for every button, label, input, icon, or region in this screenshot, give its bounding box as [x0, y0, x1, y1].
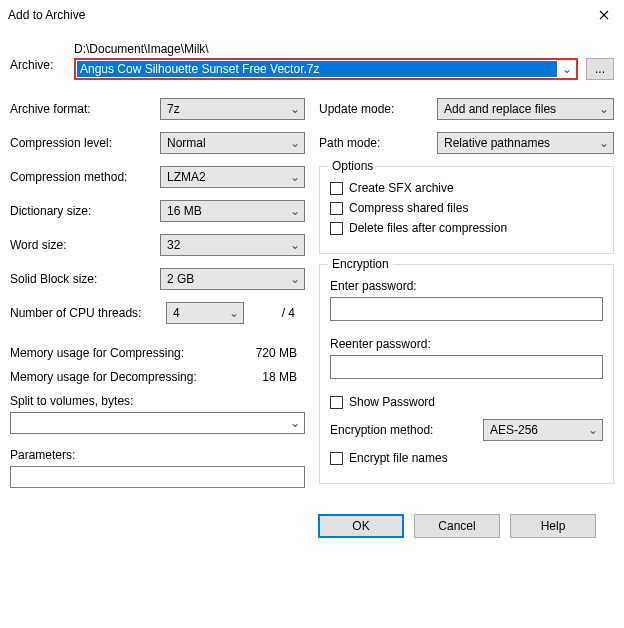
checkbox-icon — [330, 222, 343, 235]
archive-label: Archive: — [10, 42, 68, 72]
shared-checkbox[interactable]: Compress shared files — [330, 201, 603, 215]
shared-label: Compress shared files — [349, 201, 468, 215]
pathmode-value: Relative pathnames — [444, 136, 550, 150]
chevron-down-icon: ⌄ — [286, 102, 304, 116]
mem-decomp-label: Memory usage for Decompressing: — [10, 370, 197, 384]
ok-button[interactable]: OK — [318, 514, 404, 538]
format-select[interactable]: 7z ⌄ — [160, 98, 305, 120]
mem-comp-value: 720 MB — [256, 346, 297, 360]
chevron-down-icon: ⌄ — [584, 423, 602, 437]
chevron-down-icon: ⌄ — [225, 306, 243, 320]
level-label: Compression level: — [10, 136, 160, 150]
method-label: Compression method: — [10, 170, 160, 184]
cpu-select[interactable]: 4 ⌄ — [166, 302, 244, 324]
sfx-label: Create SFX archive — [349, 181, 454, 195]
pathmode-label: Path mode: — [319, 136, 437, 150]
encrypt-names-label: Encrypt file names — [349, 451, 448, 465]
dict-select[interactable]: 16 MB ⌄ — [160, 200, 305, 222]
show-password-checkbox[interactable]: Show Password — [330, 395, 603, 409]
delete-checkbox[interactable]: Delete files after compression — [330, 221, 603, 235]
enter-password-label: Enter password: — [330, 279, 603, 293]
archive-name-combo[interactable]: Angus Cow Silhouette Sunset Free Vector.… — [74, 58, 578, 80]
delete-label: Delete files after compression — [349, 221, 507, 235]
block-value: 2 GB — [167, 272, 194, 286]
options-group: Options Create SFX archive Compress shar… — [319, 166, 614, 254]
checkbox-icon — [330, 182, 343, 195]
method-select[interactable]: LZMA2 ⌄ — [160, 166, 305, 188]
format-value: 7z — [167, 102, 180, 116]
chevron-down-icon: ⌄ — [286, 204, 304, 218]
checkbox-icon — [330, 396, 343, 409]
chevron-down-icon: ⌄ — [595, 136, 613, 150]
enter-password-input[interactable] — [330, 297, 603, 321]
reenter-password-label: Reenter password: — [330, 337, 603, 351]
titlebar: Add to Archive — [0, 0, 624, 30]
chevron-down-icon: ⌄ — [286, 136, 304, 150]
cancel-label: Cancel — [438, 519, 475, 533]
archive-name-value: Angus Cow Silhouette Sunset Free Vector.… — [77, 61, 557, 77]
update-label: Update mode: — [319, 102, 437, 116]
cpu-total: / 4 — [250, 306, 305, 320]
block-select[interactable]: 2 GB ⌄ — [160, 268, 305, 290]
checkbox-icon — [330, 202, 343, 215]
checkbox-icon — [330, 452, 343, 465]
word-select[interactable]: 32 ⌄ — [160, 234, 305, 256]
close-button[interactable] — [584, 0, 624, 30]
dict-value: 16 MB — [167, 204, 202, 218]
method-value: LZMA2 — [167, 170, 206, 184]
browse-button[interactable]: ... — [586, 58, 614, 80]
encryption-legend: Encryption — [328, 257, 393, 271]
chevron-down-icon: ⌄ — [286, 416, 304, 430]
chevron-down-icon: ⌄ — [286, 238, 304, 252]
cancel-button[interactable]: Cancel — [414, 514, 500, 538]
browse-label: ... — [595, 62, 605, 76]
enc-method-value: AES-256 — [490, 423, 538, 437]
cpu-value: 4 — [173, 306, 180, 320]
word-label: Word size: — [10, 238, 160, 252]
ok-label: OK — [352, 519, 369, 533]
level-value: Normal — [167, 136, 206, 150]
reenter-password-input[interactable] — [330, 355, 603, 379]
options-legend: Options — [328, 159, 377, 173]
encryption-group: Encryption Enter password: Reenter passw… — [319, 264, 614, 484]
update-value: Add and replace files — [444, 102, 556, 116]
chevron-down-icon: ⌄ — [286, 272, 304, 286]
chevron-down-icon: ⌄ — [286, 170, 304, 184]
update-select[interactable]: Add and replace files ⌄ — [437, 98, 614, 120]
enc-method-label: Encryption method: — [330, 423, 475, 437]
sfx-checkbox[interactable]: Create SFX archive — [330, 181, 603, 195]
window-title: Add to Archive — [8, 8, 85, 22]
enc-method-select[interactable]: AES-256 ⌄ — [483, 419, 603, 441]
level-select[interactable]: Normal ⌄ — [160, 132, 305, 154]
chevron-down-icon: ⌄ — [595, 102, 613, 116]
split-combo[interactable]: ⌄ — [10, 412, 305, 434]
split-label: Split to volumes, bytes: — [10, 394, 305, 408]
close-icon — [599, 10, 609, 20]
dict-label: Dictionary size: — [10, 204, 160, 218]
cpu-label: Number of CPU threads: — [10, 306, 160, 320]
block-label: Solid Block size: — [10, 272, 160, 286]
word-value: 32 — [167, 238, 180, 252]
show-password-label: Show Password — [349, 395, 435, 409]
help-button[interactable]: Help — [510, 514, 596, 538]
params-label: Parameters: — [10, 448, 305, 462]
encrypt-names-checkbox[interactable]: Encrypt file names — [330, 451, 603, 465]
pathmode-select[interactable]: Relative pathnames ⌄ — [437, 132, 614, 154]
params-input[interactable] — [10, 466, 305, 488]
mem-decomp-value: 18 MB — [262, 370, 297, 384]
chevron-down-icon: ⌄ — [558, 62, 576, 76]
format-label: Archive format: — [10, 102, 160, 116]
archive-path: D:\Document\Image\Milk\ — [74, 42, 614, 58]
help-label: Help — [541, 519, 566, 533]
mem-comp-label: Memory usage for Compressing: — [10, 346, 184, 360]
